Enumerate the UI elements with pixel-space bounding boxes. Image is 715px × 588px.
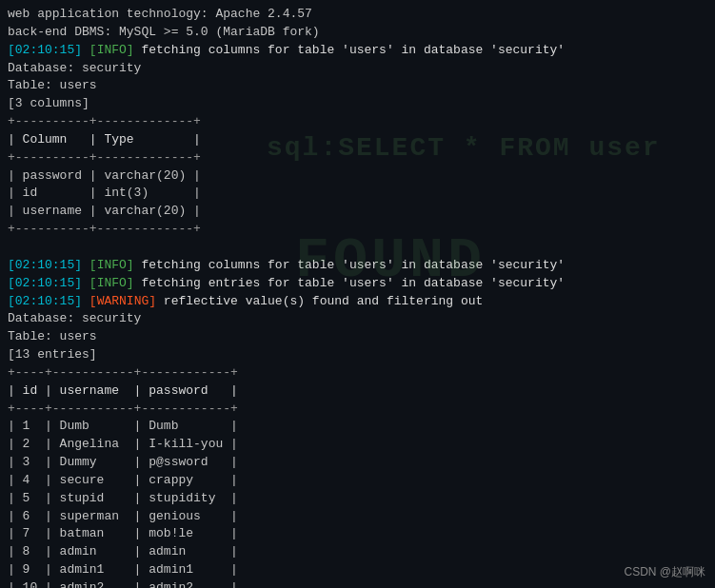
terminal-line: | 2 | Angelina | I-kill-you | bbox=[8, 436, 707, 454]
terminal-line: | 1 | Dumb | Dumb | bbox=[8, 418, 707, 436]
terminal-output: web application technology: Apache 2.4.5… bbox=[8, 6, 707, 588]
terminal-line: [02:10:15] [INFO] fetching entries for t… bbox=[8, 275, 707, 293]
terminal-line: Table: users bbox=[8, 328, 707, 346]
csdn-badge: CSDN @赵啊咪 bbox=[624, 564, 705, 580]
terminal-line: [3 columns] bbox=[8, 95, 707, 113]
terminal-line: web application technology: Apache 2.4.5… bbox=[8, 6, 707, 24]
terminal-window: web application technology: Apache 2.4.5… bbox=[0, 0, 715, 588]
terminal-line: | id | username | password | bbox=[8, 382, 707, 401]
terminal-line: Database: security bbox=[8, 60, 707, 78]
terminal-line: Table: users bbox=[8, 77, 707, 95]
terminal-line: [02:10:15] [INFO] fetching columns for t… bbox=[8, 257, 707, 275]
terminal-line: | username | varchar(20) | bbox=[8, 203, 707, 221]
terminal-line: Database: security bbox=[8, 310, 707, 328]
terminal-line: | 6 | superman | genious | bbox=[8, 508, 707, 526]
terminal-line: [02:10:15] [INFO] fetching columns for t… bbox=[8, 42, 707, 60]
terminal-line: +----+-----------+------------+ bbox=[8, 401, 707, 419]
terminal-line: +----+-----------+------------+ bbox=[8, 364, 707, 382]
terminal-line: +----------+-------------+ bbox=[8, 221, 707, 239]
terminal-line: | Column | Type | bbox=[8, 131, 707, 149]
terminal-line: | 9 | admin1 | admin1 | bbox=[8, 561, 707, 579]
terminal-line bbox=[8, 239, 707, 257]
terminal-line: | 7 | batman | mob!le | bbox=[8, 525, 707, 543]
terminal-line: +----------+-------------+ bbox=[8, 149, 707, 167]
terminal-line: | 5 | stupid | stupidity | bbox=[8, 490, 707, 508]
terminal-line: | password | varchar(20) | bbox=[8, 167, 707, 186]
terminal-line: | 3 | Dummy | p@ssword | bbox=[8, 454, 707, 472]
terminal-line: [02:10:15] [WARNING] reflective value(s)… bbox=[8, 293, 707, 311]
terminal-line: | 4 | secure | crappy | bbox=[8, 472, 707, 490]
terminal-line: | id | int(3) | bbox=[8, 185, 707, 203]
terminal-line: | 10 | admin2 | admin2 | bbox=[8, 579, 707, 588]
terminal-line: +----------+-------------+ bbox=[8, 113, 707, 131]
terminal-line: back-end DBMS: MySQL >= 5.0 (MariaDB for… bbox=[8, 24, 707, 42]
terminal-line: [13 entries] bbox=[8, 346, 707, 364]
terminal-line: | 8 | admin | admin | bbox=[8, 543, 707, 561]
